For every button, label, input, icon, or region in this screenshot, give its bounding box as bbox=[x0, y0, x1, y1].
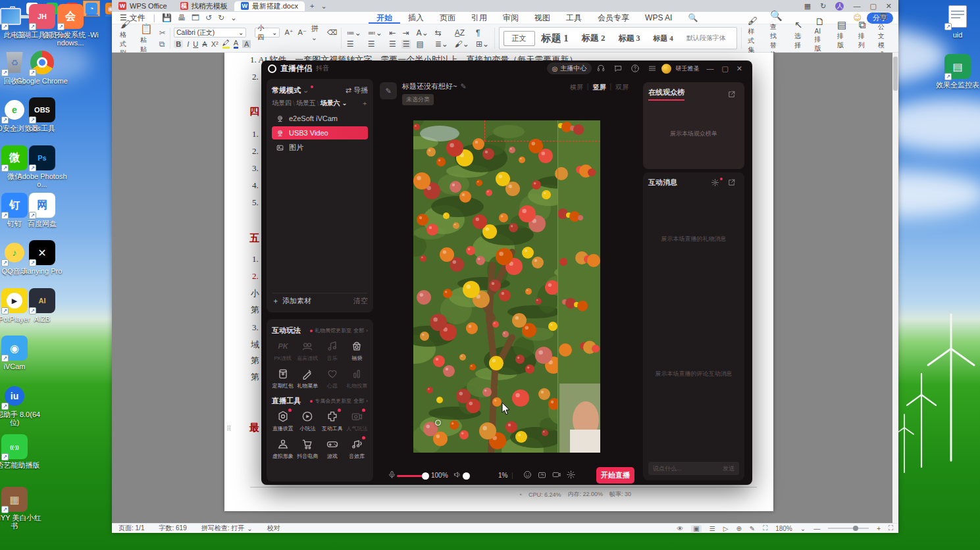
style-default-font[interactable]: 默认段落字体 bbox=[680, 34, 733, 43]
desktop-icon[interactable]: ▦↗QINYY 美白小红书 bbox=[0, 487, 44, 530]
tab-list-dropdown[interactable]: ⌄ bbox=[321, 2, 326, 11]
tool-item-avatar[interactable]: 虚拟形象 bbox=[271, 438, 296, 460]
edit-cover-button[interactable]: ✎ bbox=[380, 82, 397, 99]
zoom-in-button[interactable]: + bbox=[877, 525, 881, 532]
highlight-button[interactable]: 🖍 bbox=[222, 39, 230, 49]
undo-icon[interactable]: ↺ bbox=[205, 13, 212, 22]
clear-button[interactable]: 清空 bbox=[353, 296, 368, 306]
strike-button[interactable]: A bbox=[202, 40, 207, 48]
style-h1[interactable]: 标题 1 bbox=[535, 32, 575, 45]
desktop-icon[interactable]: OBS↗obs工具 bbox=[13, 97, 72, 132]
toolbar-tool[interactable]: ▤排版 ⌄ bbox=[835, 18, 849, 58]
page-view-icon[interactable]: ▣ bbox=[691, 525, 701, 532]
outline-view-icon[interactable]: ☰ bbox=[709, 525, 715, 532]
font-color-button[interactable]: A bbox=[234, 39, 238, 49]
word-count[interactable]: 字数: 619 bbox=[159, 524, 186, 533]
ribbon-tab-WPS AI[interactable]: WPS AI bbox=[637, 12, 680, 24]
close-icon[interactable]: ✕ bbox=[733, 64, 746, 73]
tool-item-giftmenu[interactable]: 礼物菜单 bbox=[296, 367, 321, 389]
fullscreen-icon[interactable]: ⛶ bbox=[889, 524, 893, 532]
add-material-button[interactable]: ＋添加素材 bbox=[272, 296, 311, 306]
desktop-icon[interactable]: ◉↗iVCam bbox=[0, 336, 44, 370]
category-chip[interactable]: 未选分类 bbox=[402, 94, 434, 105]
char-scale-button[interactable]: ⇆ bbox=[434, 28, 450, 38]
web-view-icon[interactable]: ⊕ bbox=[736, 525, 741, 532]
toolbar-tool[interactable]: ⧉排列 ⌄ bbox=[856, 18, 869, 58]
numbering-button[interactable]: ≕⌄ bbox=[367, 28, 384, 38]
search-icon[interactable]: 🔍 bbox=[680, 12, 706, 24]
popout-icon[interactable] bbox=[724, 90, 739, 99]
orientation-option-双屏[interactable]: 双屏 bbox=[611, 83, 632, 92]
paragraph-drag-handle[interactable]: ⠿ bbox=[226, 425, 230, 432]
scrollbar-thumb[interactable] bbox=[893, 57, 898, 91]
copy-icon[interactable]: ⧉ bbox=[159, 39, 166, 49]
shrink-font-icon[interactable]: A⁻ bbox=[298, 28, 307, 37]
stream-title[interactable]: 标题还没有想好~ bbox=[402, 82, 457, 91]
paste-button[interactable]: 📋粘贴 bbox=[138, 22, 155, 55]
zoom-slider[interactable] bbox=[828, 528, 869, 529]
line-spacing-button[interactable]: ≣⌄ bbox=[434, 39, 450, 49]
settings-icon[interactable] bbox=[563, 470, 579, 480]
desktop-icon[interactable]: AI↗AIZB bbox=[13, 288, 72, 323]
save-icon[interactable]: 💾 bbox=[162, 13, 172, 22]
tool-item-game[interactable]: 游戏 bbox=[320, 438, 345, 460]
superscript-button[interactable]: X² bbox=[211, 40, 219, 48]
eye-protect-icon[interactable]: 👁 bbox=[677, 525, 683, 532]
char-shading-button[interactable]: A bbox=[242, 40, 251, 48]
orientation-option-横屏[interactable]: 横屏 bbox=[566, 83, 587, 92]
ribbon-tab-工具[interactable]: 工具 bbox=[558, 12, 590, 24]
tool-item-guests[interactable]: 嘉宾连线 bbox=[296, 339, 321, 362]
toolbar-tool[interactable]: ↖选择 ⌄ bbox=[792, 18, 806, 58]
desktop-icon[interactable]: 会↗会员分发系统 -Windows... bbox=[41, 4, 100, 47]
more-dropdown-icon[interactable]: ⌄ bbox=[230, 13, 237, 22]
tool-item-livesettings[interactable]: 直播设置 bbox=[271, 410, 296, 432]
borders-button[interactable]: ⊞⌄ bbox=[475, 39, 490, 49]
tool-item-bag[interactable]: 福袋 bbox=[345, 339, 370, 362]
chat-input[interactable]: 说点什么... 发送 bbox=[648, 462, 739, 475]
play-view-icon[interactable]: ▷ bbox=[723, 525, 729, 532]
justify-button[interactable]: ☰ bbox=[401, 39, 411, 49]
tool-item-interact[interactable]: 互动工具 bbox=[320, 410, 345, 432]
bullets-button[interactable]: ≔⌄ bbox=[346, 28, 363, 38]
desktop-icon[interactable]: ↗Google Chrome bbox=[13, 50, 72, 85]
desktop-icon[interactable]: ✕↗Jianying Pro bbox=[13, 240, 72, 275]
redo-icon[interactable]: ↻ bbox=[218, 13, 224, 22]
desktop-icon[interactable]: ↗uid bbox=[928, 4, 980, 39]
tool-item-soundfx[interactable]: 音效库 bbox=[345, 438, 370, 460]
desktop-icon[interactable]: Ps↗Adobe Photosho... bbox=[13, 145, 72, 188]
shading-button[interactable]: 🖌⌄ bbox=[453, 39, 471, 49]
director-mode-button[interactable]: ⇄导播 bbox=[346, 86, 368, 95]
indent-button[interactable]: ⇥ bbox=[401, 28, 411, 38]
distribute-button[interactable]: ▤ bbox=[415, 39, 429, 49]
fit-page-icon[interactable]: ⛶ bbox=[763, 524, 767, 532]
tool-item-music[interactable]: 音乐 bbox=[320, 339, 345, 362]
align-right-button[interactable]: ☰ bbox=[388, 39, 398, 49]
message-icon[interactable] bbox=[610, 64, 626, 73]
edit-mode-icon[interactable]: ✎ bbox=[750, 525, 755, 532]
desktop-icon[interactable]: ▤↗效果全监控表 bbox=[928, 54, 980, 89]
style-normal[interactable]: 正文 bbox=[503, 31, 535, 46]
send-button[interactable]: 发送 bbox=[723, 464, 735, 473]
sort-button[interactable]: A̲Z bbox=[453, 28, 471, 38]
align-center-button[interactable]: ☰ bbox=[367, 39, 384, 49]
ribbon-tab-视图[interactable]: 视图 bbox=[527, 12, 558, 24]
desktop-icon[interactable]: 网↗百度网盘 bbox=[13, 193, 72, 228]
zoom-dropdown-icon[interactable]: ⌄ bbox=[800, 525, 806, 532]
underline-button[interactable]: U bbox=[193, 40, 198, 48]
style-h4[interactable]: 标题 4 bbox=[647, 34, 680, 43]
headset-icon[interactable] bbox=[593, 64, 609, 73]
cut-icon[interactable]: ✂ bbox=[159, 28, 166, 38]
print-icon[interactable]: 🖶 bbox=[178, 13, 186, 22]
show-marks-button[interactable]: ¶ bbox=[475, 28, 490, 38]
preview-icon[interactable]: 🗔 bbox=[192, 13, 199, 22]
grow-font-icon[interactable]: A⁺ bbox=[284, 28, 293, 37]
start-live-button[interactable]: 开始直播 bbox=[596, 467, 634, 484]
font-select[interactable]: Calibri (正文)⌄ bbox=[174, 28, 246, 38]
maximize-icon[interactable]: ▢ bbox=[718, 64, 731, 73]
tool-item-giftvote[interactable]: 礼物投票 bbox=[345, 367, 370, 389]
help-icon[interactable] bbox=[627, 64, 643, 73]
proofread-button[interactable]: 校对 bbox=[267, 524, 280, 533]
tools-section-more[interactable]: 专属会员更新至全部› bbox=[310, 397, 368, 405]
zoom-out-button[interactable]: — bbox=[813, 525, 820, 532]
scene-tab[interactable]: 场景六 ⌄ bbox=[321, 99, 348, 108]
